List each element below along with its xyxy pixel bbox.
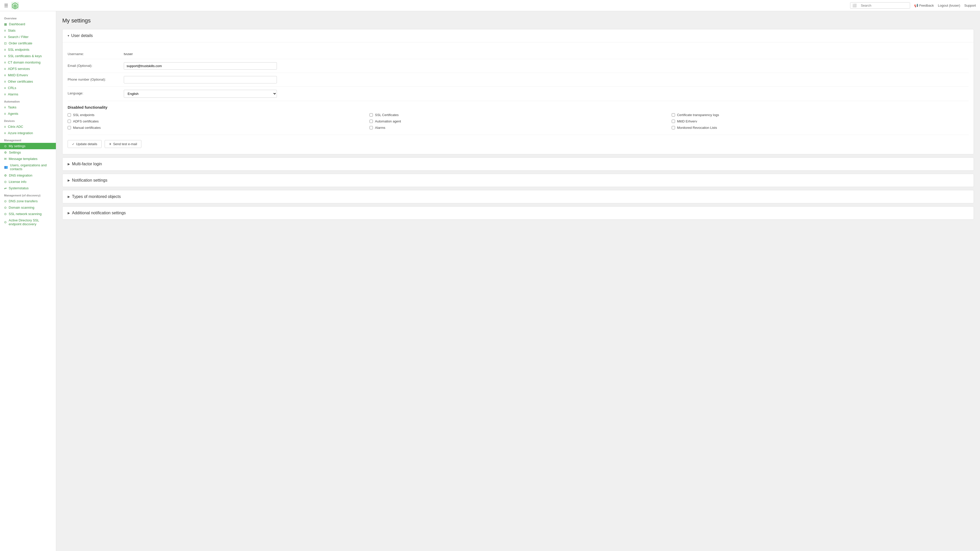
- notification-settings-header[interactable]: ▶ Notification settings: [62, 174, 974, 187]
- search-icon-button[interactable]: ⬜: [850, 3, 859, 8]
- sidebar-item-ssl-endpoints[interactable]: ≡ SSL endpoints: [0, 46, 56, 53]
- checkbox-mitid-erhverv-input[interactable]: [672, 120, 675, 123]
- checkbox-alarms-input[interactable]: [369, 126, 373, 129]
- sidebar-item-tasks[interactable]: ≡ Tasks: [0, 104, 56, 110]
- update-details-button[interactable]: ✓ Update details: [68, 140, 102, 148]
- checkbox-cert-transparency-input[interactable]: [672, 113, 675, 117]
- checkbox-automation-agent-input[interactable]: [369, 120, 373, 123]
- email-input[interactable]: [124, 62, 277, 70]
- sidebar-mgmt-discovery-section: Management (of discovery): [0, 191, 56, 198]
- sidebar-item-license-info[interactable]: ⊙ License info: [0, 179, 56, 185]
- sidebar-label-azure: Azure integration: [8, 131, 33, 135]
- checkbox-ssl-endpoints-input[interactable]: [68, 113, 71, 117]
- sidebar-label-search-filter: Search / Filter: [8, 35, 29, 39]
- sidebar-label-ssl-certificates: SSL certificates & keys: [8, 54, 41, 58]
- sidebar-item-domain-scanning[interactable]: ⊙ Domain scanning: [0, 204, 56, 211]
- sidebar-item-stats[interactable]: ≡ Stats: [0, 27, 56, 34]
- sidebar-item-azure[interactable]: ≡ Azure integration: [0, 130, 56, 136]
- update-details-label: Update details: [76, 142, 97, 146]
- sidebar-label-systemstatus: Systemstatus: [9, 186, 29, 190]
- sidebar-label-users-orgs: Users, organizations and contacts: [10, 163, 52, 171]
- checkbox-ssl-certificates[interactable]: SSL Certificates: [369, 113, 667, 117]
- chevron-right-icon-2: ▶: [68, 179, 70, 182]
- sidebar-item-settings[interactable]: ⚙ Settings: [0, 149, 56, 156]
- sidebar-item-citrix[interactable]: ≡ Citrix ADC: [0, 124, 56, 130]
- multi-factor-title: Multi-factor login: [72, 162, 102, 166]
- checkbox-cert-transparency[interactable]: Certificate transparency logs: [672, 113, 969, 117]
- sidebar-item-dashboard[interactable]: ▦ Dashboard: [0, 21, 56, 27]
- sidebar-item-dns-zone[interactable]: ⊙ DNS zone transfers: [0, 198, 56, 204]
- checkbox-alarms[interactable]: Alarms: [369, 126, 667, 130]
- sidebar-item-order-certificate[interactable]: ⊡ Order certificate: [0, 40, 56, 46]
- multi-factor-card: ▶ Multi-factor login: [62, 157, 974, 171]
- sidebar-item-other-certs[interactable]: ≡ Other certificates: [0, 78, 56, 85]
- active-directory-icon: ⊙: [4, 221, 6, 224]
- checkbox-ssl-certificates-input[interactable]: [369, 113, 373, 117]
- search-filter-icon: ≡: [4, 35, 6, 39]
- hamburger-button[interactable]: ☰: [4, 3, 8, 8]
- sidebar-label-active-directory: Active Directory SSL endpoint discovery: [9, 218, 52, 226]
- username-value: tvuser: [124, 51, 133, 56]
- sidebar-label-license-info: License info: [9, 180, 26, 184]
- sidebar-item-alarms[interactable]: ≡ Alarms: [0, 91, 56, 97]
- checkbox-adfs-certificates-input[interactable]: [68, 120, 71, 123]
- sidebar-label-agents: Agents: [8, 112, 18, 116]
- azure-icon: ≡: [4, 131, 6, 135]
- other-certs-icon: ≡: [4, 80, 6, 83]
- checkbox-monitored-revocation[interactable]: Monitored Revocation Lists: [672, 126, 969, 130]
- sidebar-item-message-templates[interactable]: ✉ Message templates: [0, 156, 56, 162]
- sidebar-item-ssl-network-scanning[interactable]: ⊙ SSL network scanning: [0, 211, 56, 217]
- sidebar-item-mitid[interactable]: ≡ MitID Erhverv: [0, 72, 56, 78]
- agents-icon: ≡: [4, 112, 6, 116]
- sidebar-label-order-certificate: Order certificate: [9, 41, 32, 45]
- checkbox-manual-certificates[interactable]: Manual certificates: [68, 126, 364, 130]
- checkbox-manual-certificates-input[interactable]: [68, 126, 71, 129]
- sidebar-item-ct-domain[interactable]: ≡ CT domain monitoring: [0, 59, 56, 65]
- multi-factor-header[interactable]: ▶ Multi-factor login: [62, 158, 974, 170]
- sidebar-label-crls: CRLs: [8, 86, 16, 90]
- sidebar-item-my-settings[interactable]: ⊙ My settings: [0, 143, 56, 149]
- checkbox-automation-agent-label: Automation agent: [375, 119, 401, 123]
- sidebar-label-dns-integration: DNS integration: [9, 173, 32, 177]
- user-details-card-header[interactable]: ▾ User details: [62, 29, 974, 42]
- checkbox-automation-agent[interactable]: Automation agent: [369, 119, 667, 123]
- checkbox-monitored-revocation-input[interactable]: [672, 126, 675, 129]
- settings-icon: ⚙: [4, 151, 7, 154]
- checkbox-ssl-endpoints[interactable]: SSL endpoints: [68, 113, 364, 117]
- checkbox-adfs-certificates[interactable]: ADFS certificates: [68, 119, 364, 123]
- sidebar-item-agents[interactable]: ≡ Agents: [0, 110, 56, 117]
- phone-input[interactable]: [124, 76, 277, 83]
- language-label: Language:: [68, 90, 119, 95]
- support-label: Support: [964, 3, 976, 7]
- mitid-icon: ≡: [4, 73, 6, 77]
- disabled-functionality-section: Disabled functionality SSL endpoints SSL…: [68, 101, 969, 132]
- citrix-icon: ≡: [4, 125, 6, 129]
- sidebar-label-ct-domain: CT domain monitoring: [8, 60, 41, 64]
- additional-notification-header[interactable]: ▶ Additional notification settings: [62, 206, 974, 219]
- language-row: Language: English Danish German: [68, 87, 969, 101]
- send-test-email-button[interactable]: ✈ Send test e-mail: [105, 140, 142, 148]
- sidebar-item-ssl-certificates[interactable]: ≡ SSL certificates & keys: [0, 53, 56, 59]
- support-button[interactable]: Support: [964, 3, 976, 7]
- sidebar-item-adfs[interactable]: ≡ ADFS services: [0, 65, 56, 72]
- sidebar-item-crls[interactable]: ≡ CRLs: [0, 85, 56, 91]
- sidebar-item-users-orgs[interactable]: 👥 Users, organizations and contacts: [0, 162, 56, 172]
- form-buttons-row: ✓ Update details ✈ Send test e-mail: [68, 135, 969, 148]
- types-monitored-header[interactable]: ▶ Types of monitored objects: [62, 190, 974, 203]
- logout-button[interactable]: Logout (tvuser): [938, 3, 960, 7]
- feedback-button[interactable]: 📢 Feedback: [914, 3, 934, 7]
- search-input[interactable]: [859, 3, 910, 8]
- check-icon: ✓: [72, 142, 75, 146]
- user-details-card: ▾ User details Username: tvuser Email (O…: [62, 29, 974, 154]
- checkbox-mitid-erhverv[interactable]: MitID Erhverv: [672, 119, 969, 123]
- sidebar-label-dashboard: Dashboard: [9, 22, 25, 26]
- language-select[interactable]: English Danish German: [124, 90, 277, 98]
- page-title: My settings: [62, 17, 974, 24]
- sidebar-item-search-filter[interactable]: ≡ Search / Filter: [0, 34, 56, 40]
- chevron-right-icon-4: ▶: [68, 211, 70, 215]
- sidebar-item-systemstatus[interactable]: ⇌ Systemstatus: [0, 185, 56, 191]
- sidebar-item-dns-integration[interactable]: ⚙ DNS integration: [0, 172, 56, 179]
- ssl-network-icon: ⊙: [4, 212, 6, 216]
- sidebar-item-active-directory[interactable]: ⊙ Active Directory SSL endpoint discover…: [0, 217, 56, 227]
- sidebar-label-ssl-endpoints: SSL endpoints: [8, 48, 29, 52]
